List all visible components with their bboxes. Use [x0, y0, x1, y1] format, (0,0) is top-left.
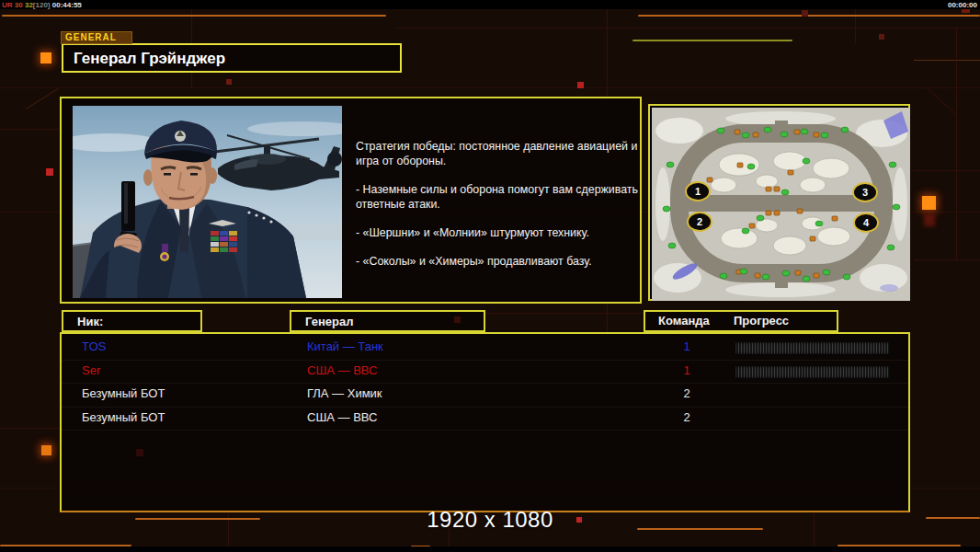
strategy-paragraph: - «Соколы» и «Химеры» продавливают базу.	[356, 254, 644, 269]
player-nick: Ser	[82, 363, 100, 377]
player-general: США — ВВС	[307, 410, 378, 424]
debug-cap: [120]	[33, 1, 51, 9]
player-row: Безумный БОТ США — ВВС 2	[62, 408, 908, 431]
general-header-box: Генерал	[290, 310, 485, 332]
player-rows: TOS Китай — Танк 1 Ser США — ВВС 1 Безум…	[62, 337, 908, 431]
player-general: США — ВВС	[307, 363, 378, 377]
debug-ms: 32	[25, 1, 33, 9]
player-row: Ser США — ВВС 1	[62, 361, 908, 385]
general-header: Генерал	[291, 312, 484, 331]
start-position-3: 3	[853, 183, 877, 201]
player-general: ГЛА — Химик	[307, 386, 382, 400]
svg-text:4: 4	[863, 217, 870, 228]
player-team: 2	[650, 410, 724, 424]
nick-header: Ник:	[63, 312, 200, 331]
player-team: 1	[650, 363, 724, 377]
team-header: Команда	[658, 314, 710, 328]
progress-bar-0	[735, 341, 891, 355]
team-progress-header-box: Команда Прогресс	[644, 310, 838, 332]
svg-text:2: 2	[697, 216, 702, 227]
debug-readout: UR 30 32[120] 00:44:55	[2, 1, 82, 9]
debug-fps: 30	[15, 1, 23, 9]
general-tab: GENERAL	[61, 31, 132, 44]
general-name: Генерал Грэйнджер	[63, 45, 400, 72]
start-position-2: 2	[688, 213, 712, 231]
progress-bar-1	[735, 365, 891, 379]
player-row: Безумный БОТ ГЛА — Химик 2	[62, 384, 908, 408]
player-team: 2	[650, 386, 724, 400]
player-table: TOS Китай — Танк 1 Ser США — ВВС 1 Безум…	[60, 332, 910, 512]
player-nick: Безумный БОТ	[82, 410, 165, 424]
resolution-label: 1920 x 1080	[0, 507, 980, 533]
player-general: Китай — Танк	[307, 339, 383, 353]
player-row: TOS Китай — Танк 1	[62, 337, 908, 361]
player-nick: Безумный БОТ	[82, 386, 165, 400]
general-info-panel: Стратегия победы: постоянное давление ав…	[60, 97, 642, 304]
debug-ur: UR	[2, 1, 13, 9]
start-position-1: 1	[686, 182, 710, 201]
player-team: 1	[650, 339, 724, 353]
debug-time: 00:44:55	[52, 1, 82, 9]
general-portrait	[73, 106, 342, 298]
top-status-bar: UR 30 32[120] 00:44:55 00:00:00	[0, 0, 980, 9]
general-portrait-image	[73, 106, 342, 298]
bottom-letterbox-bar	[0, 546, 980, 552]
center-road	[683, 195, 880, 212]
strategy-text: Стратегия победы: постоянное давление ав…	[356, 139, 644, 282]
game-clock: 00:00:00	[948, 1, 977, 9]
general-title-box: Генерал Грэйнджер	[62, 43, 402, 73]
strategy-paragraph: Стратегия победы: постоянное давление ав…	[356, 139, 644, 168]
svg-text:3: 3	[862, 187, 868, 198]
start-position-4: 4	[854, 213, 878, 232]
progress-header: Прогресс	[734, 314, 789, 328]
player-nick: TOS	[82, 339, 107, 353]
nick-header-box: Ник:	[62, 310, 202, 332]
minimap-image: 1 2 3 4	[652, 108, 910, 301]
minimap-panel: 1 2 3 4	[648, 104, 910, 301]
loading-screen: UR 30 32[120] 00:44:55 00:00:00 GENERAL …	[0, 0, 980, 552]
strategy-paragraph: - Наземные силы и оборона помогут вам сд…	[356, 182, 644, 212]
svg-text:1: 1	[695, 186, 701, 197]
strategy-paragraph: - «Шершни» и «Молнии» штурмуют технику.	[356, 225, 644, 240]
